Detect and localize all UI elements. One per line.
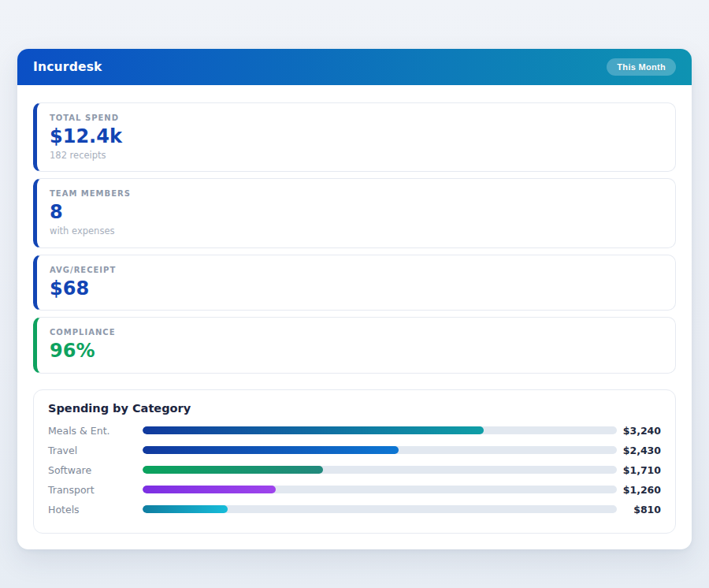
category-row: Meals & Ent.$3,240 xyxy=(48,421,661,441)
bar-fill xyxy=(143,426,484,434)
stat-subtitle: 182 receipts xyxy=(50,151,663,162)
bar-track xyxy=(143,486,617,493)
category-value: $2,430 xyxy=(617,445,661,456)
bar-track xyxy=(143,505,617,513)
bar-fill xyxy=(143,446,399,454)
spending-chart-card: Spending by Category Meals & Ent.$3,240T… xyxy=(33,389,676,534)
stat-card-avg-receipt: AVG/RECEIPT $68 xyxy=(33,255,676,311)
bar-track xyxy=(143,426,617,434)
stat-value: 8 xyxy=(50,202,663,224)
category-value: $1,710 xyxy=(617,464,661,476)
stat-label: TOTAL SPEND xyxy=(50,114,663,122)
category-row: Transport$1,260 xyxy=(48,480,661,500)
stat-card-team-members: TEAM MEMBERS 8 with expenses xyxy=(33,178,676,247)
bar-track xyxy=(143,466,617,474)
stat-label: COMPLIANCE xyxy=(50,328,663,337)
category-value: $3,240 xyxy=(617,425,661,437)
stat-card-compliance: COMPLIANCE 96% xyxy=(33,317,676,374)
panel-header: Incurdesk This Month xyxy=(17,49,692,85)
category-value: $810 xyxy=(617,504,661,515)
category-label: Transport xyxy=(48,484,143,496)
stat-value: 96% xyxy=(50,341,663,363)
chart-title: Spending by Category xyxy=(48,402,661,415)
bar-track xyxy=(143,446,617,454)
category-value: $1,260 xyxy=(617,484,661,496)
stat-value: $68 xyxy=(50,278,663,300)
category-row: Software$1,710 xyxy=(48,460,661,480)
stats-list: TOTAL SPEND $12.4k 182 receipts TEAM MEM… xyxy=(33,102,676,374)
category-label: Hotels xyxy=(48,504,143,515)
category-label: Meals & Ent. xyxy=(48,425,143,437)
app-title: Incurdesk xyxy=(33,60,102,74)
bar-fill xyxy=(143,486,276,493)
stat-value: $12.4k xyxy=(50,126,663,148)
dashboard-panel: Incurdesk This Month TOTAL SPEND $12.4k … xyxy=(17,49,692,549)
category-row: Travel$2,430 xyxy=(48,441,661,460)
category-label: Software xyxy=(48,464,143,476)
category-row: Hotels$810 xyxy=(48,500,661,519)
period-badge[interactable]: This Month xyxy=(607,58,676,76)
bar-fill xyxy=(143,466,323,474)
stat-label: AVG/RECEIPT xyxy=(50,266,663,274)
bar-fill xyxy=(143,505,228,513)
panel-body: TOTAL SPEND $12.4k 182 receipts TEAM MEM… xyxy=(17,85,692,549)
chart-rows: Meals & Ent.$3,240Travel$2,430Software$1… xyxy=(48,421,661,519)
stat-label: TEAM MEMBERS xyxy=(50,189,663,198)
category-label: Travel xyxy=(48,445,143,456)
stat-subtitle: with expenses xyxy=(50,226,663,237)
stat-card-total-spend: TOTAL SPEND $12.4k 182 receipts xyxy=(33,102,676,172)
